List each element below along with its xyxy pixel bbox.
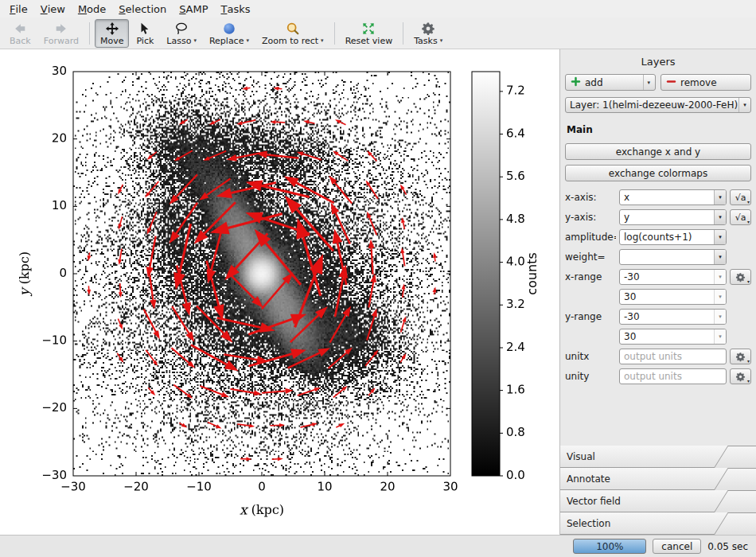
menu-samp[interactable]: SAMP (173, 0, 214, 18)
sqrt-icon: √a (735, 193, 746, 202)
field-label: y-axis: (565, 212, 616, 223)
progress-label: 100% (596, 541, 623, 552)
toolbar-button-label: Lasso (166, 36, 191, 46)
toolbar-separator (334, 22, 335, 45)
add-icon (571, 76, 581, 89)
zoom-to-rect-button[interactable]: Zoom to rect▾ (256, 19, 329, 48)
x-range-min-options-button[interactable]: ▾ (730, 269, 751, 285)
layer-selector-value: Layer: 1(helmi-dezeeuw-2000-FeH) (566, 98, 738, 112)
x-axis-combobox[interactable]: x▾ (619, 189, 727, 205)
layer-selector[interactable]: Layer: 1(helmi-dezeeuw-2000-FeH) ▾ (565, 97, 751, 113)
x-range-max-value: 30 (620, 290, 714, 304)
forward-icon (54, 21, 68, 36)
move-button[interactable]: Move (95, 19, 130, 48)
back-icon (13, 21, 27, 36)
layer-settings-form: x-axis:x▾√a▾y-axis:y▾√a▾amplitude=log(co… (565, 189, 751, 388)
y-axis-transform-button[interactable]: √a▾ (730, 209, 751, 225)
chevron-down-icon: ▾ (738, 98, 750, 112)
toolbar: BackForwardMovePickLasso▾Replace▾Zoom to… (0, 18, 756, 49)
toolbar-button-label: Forward (44, 36, 79, 46)
gear-icon (735, 352, 746, 362)
field-row-slot: ▾ (730, 269, 751, 285)
section-selection[interactable]: Selection (560, 512, 756, 535)
section-label: Visual (567, 451, 595, 462)
field-label: y-range (565, 311, 616, 322)
weight-value (620, 250, 714, 264)
gear-icon (735, 272, 746, 282)
y-range-min-combobox[interactable]: -30▾ (619, 309, 727, 325)
y-axis-value: y (620, 210, 714, 224)
weight-combobox[interactable]: ▾ (619, 249, 727, 265)
field-row-x-axis: x-axis:x▾√a▾ (565, 189, 751, 205)
add-layer-button[interactable]: add ▾ (565, 74, 656, 91)
remove-layer-button[interactable]: remove (661, 74, 751, 91)
field-row-slot: √a▾ (730, 189, 751, 205)
pick-icon (138, 21, 152, 36)
chevron-down-icon: ▾ (321, 36, 324, 46)
section-visual[interactable]: Visual (560, 446, 756, 468)
toolbar-button-label: Tasks (414, 36, 437, 46)
tasks-gear-icon (421, 21, 435, 36)
collapsed-sections: VisualAnnotateVector fieldSelection (560, 446, 756, 535)
unity-options-button[interactable]: ▾ (730, 368, 751, 384)
exchange-colormaps-button[interactable]: exchange colormaps (565, 165, 751, 181)
menu-file[interactable]: File (3, 0, 34, 18)
amplitude-combobox[interactable]: log(counts+1)▾ (619, 229, 727, 245)
panel-title: Layers (560, 49, 756, 69)
back-button: Back (4, 19, 37, 48)
menu-selection[interactable]: Selection (112, 0, 173, 18)
unity-input[interactable] (619, 368, 727, 384)
field-row-unity: unity▾ (565, 368, 751, 384)
menu-tasks[interactable]: Tasks (214, 0, 256, 18)
layer-actions: add ▾ remove (565, 74, 751, 91)
progress-bar[interactable]: 100% (573, 539, 646, 554)
pick-button[interactable]: Pick (131, 19, 159, 48)
x-axis-transform-button[interactable]: √a▾ (730, 189, 751, 205)
field-row-amplitude: amplitude=log(counts+1)▾ (565, 229, 751, 245)
reset-view-icon (361, 21, 376, 36)
field-row-x-range-min: x-range-30▾▾ (565, 269, 751, 285)
chevron-down-icon: ▾ (714, 310, 726, 324)
reset-view-button[interactable]: Reset view (340, 19, 399, 48)
chevron-down-icon: ▾ (714, 290, 726, 304)
y-axis-combobox[interactable]: y▾ (619, 209, 727, 225)
cancel-button[interactable]: cancel (653, 539, 701, 554)
y-range-max-combobox[interactable]: 30▾ (619, 329, 727, 345)
chevron-down-icon: ▾ (747, 200, 750, 204)
menu-view[interactable]: View (34, 0, 72, 18)
remove-icon (666, 76, 676, 89)
replace-button[interactable]: Replace▾ (204, 19, 255, 48)
replace-icon (222, 21, 236, 36)
field-row-slot: ▾ (730, 349, 751, 364)
chevron-down-icon: ▾ (747, 379, 750, 384)
x-range-min-value: -30 (620, 270, 714, 284)
field-label: x-range (565, 271, 616, 282)
density-plot-canvas[interactable] (0, 49, 559, 535)
exchange-buttons: exchange x and y exchange colormaps (565, 143, 751, 181)
layers-panel: Layers add ▾ remove Layer: 1(helmi-dezee… (559, 49, 756, 535)
x-range-max-combobox[interactable]: 30▾ (619, 289, 727, 305)
tasks-button[interactable]: Tasks▾ (408, 19, 448, 48)
toolbar-separator (403, 22, 403, 45)
unitx-options-button[interactable]: ▾ (730, 349, 751, 364)
menu-mode[interactable]: Mode (72, 0, 112, 18)
main-content: Layers add ▾ remove Layer: 1(helmi-dezee… (0, 49, 756, 535)
lasso-button[interactable]: Lasso▾ (161, 19, 202, 48)
exchange-x-y-button[interactable]: exchange x and y (565, 143, 751, 160)
section-annotate[interactable]: Annotate (560, 468, 756, 490)
y-range-min-value: -30 (620, 310, 714, 324)
chevron-down-icon: ▾ (714, 190, 726, 204)
toolbar-separator (89, 22, 90, 45)
chevron-down-icon: ▾ (747, 279, 750, 284)
add-layer-label: add (585, 77, 603, 88)
field-label: amplitude= (565, 232, 616, 243)
section-vector-field[interactable]: Vector field (560, 490, 756, 512)
unitx-input[interactable] (619, 349, 727, 364)
elapsed-time: 0.05 sec (707, 541, 748, 552)
chevron-down-icon: ▾ (714, 250, 726, 264)
lasso-icon (174, 21, 189, 36)
chevron-down-icon: ▾ (714, 210, 726, 224)
remove-layer-label: remove (680, 77, 717, 88)
x-range-min-combobox[interactable]: -30▾ (619, 269, 727, 285)
chevron-down-icon: ▾ (193, 36, 197, 46)
